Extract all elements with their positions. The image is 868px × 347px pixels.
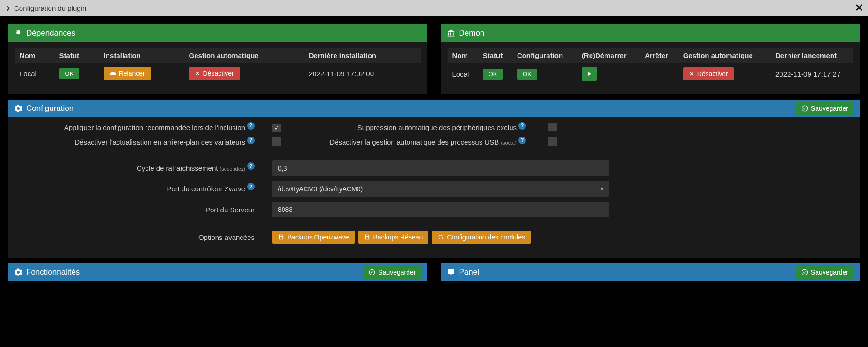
help-icon[interactable]: ? — [247, 122, 255, 130]
features-header: Fonctionnalités Sauvegarder — [8, 263, 427, 281]
status-badge: OK — [483, 69, 503, 80]
svg-point-2 — [802, 269, 808, 275]
col-install: Installation — [99, 48, 184, 63]
dependencies-panel: Dépendances Nom Statut Installation Gest… — [8, 24, 427, 94]
configuration-header: Configuration Sauvegarder — [8, 100, 860, 117]
help-icon[interactable]: ? — [247, 162, 255, 170]
backups-openzwave-button[interactable]: Backups Openzwave — [272, 231, 355, 244]
disable-auto-daemon-button[interactable]: Désactiver — [683, 67, 734, 80]
label-suppress-excl: Suppression automatique des périphérique… — [357, 123, 517, 131]
save-panel-button[interactable]: Sauvegarder — [796, 266, 854, 279]
refresh-input[interactable] — [272, 160, 609, 176]
help-icon[interactable]: ? — [518, 137, 526, 144]
table-row: Local OK Relancer Désactiver — [15, 63, 421, 84]
col-status: Statut — [55, 48, 99, 63]
col-config: Configuration — [512, 48, 577, 63]
save-configuration-button[interactable]: Sauvegarder — [796, 102, 854, 115]
dependencies-header: Dépendances — [8, 24, 427, 42]
check-circle-icon — [802, 269, 808, 275]
chevron-right-icon: ❯ — [6, 5, 10, 11]
label-refresh: Cycle de rafraîchissement — [137, 164, 220, 172]
dependencies-title: Dépendances — [26, 29, 75, 38]
col-auto: Gestion automatique — [678, 48, 771, 63]
status-badge: OK — [59, 68, 80, 79]
gear-icon — [14, 268, 22, 276]
backups-network-button[interactable]: Backups Réseau — [358, 231, 429, 244]
checkbox-disable-usb[interactable] — [548, 137, 557, 146]
configuration-title: Configuration — [26, 104, 73, 113]
checkbox-apply-reco[interactable] — [272, 124, 281, 132]
refresh-icon — [438, 234, 444, 240]
save-features-button[interactable]: Sauvegarder — [363, 266, 421, 279]
checkbox-suppress-excl[interactable] — [548, 123, 557, 131]
panel-header: Panel Sauvegarder — [441, 263, 860, 281]
label-server-port: Port du Serveur — [205, 206, 255, 214]
play-icon — [586, 71, 592, 77]
help-icon[interactable]: ? — [518, 122, 526, 130]
configuration-panel: Configuration Sauvegarder Appliquer la c… — [8, 100, 860, 258]
daemon-title: Démon — [459, 29, 485, 38]
col-restart: (Re)Démarrer — [577, 48, 640, 63]
col-last: Dernière installation — [304, 48, 421, 63]
x-icon — [689, 71, 694, 77]
disable-auto-button[interactable]: Désactiver — [189, 67, 240, 80]
col-auto: Gestion automatique — [184, 48, 304, 63]
col-name: Nom — [15, 48, 55, 63]
features-panel: Fonctionnalités Sauvegarder — [8, 263, 427, 281]
daemon-header: Démon — [441, 24, 860, 42]
config-badge: OK — [517, 69, 537, 80]
dependencies-table: Nom Statut Installation Gestion automati… — [15, 48, 421, 84]
dep-name: Local — [15, 63, 55, 84]
save-icon — [364, 234, 371, 240]
relaunch-button[interactable]: Relancer — [104, 67, 151, 80]
panel-title: Panel — [459, 267, 479, 277]
desktop-icon — [447, 268, 455, 276]
label-disable-bg: Désactiver l'actualisation en arrière-pl… — [74, 138, 245, 146]
panel-panel: Panel Sauvegarder — [441, 263, 860, 281]
help-icon[interactable]: ? — [247, 183, 255, 190]
zwave-port-select[interactable]: /dev/ttyACM0 (/dev/ttyACM0) — [272, 181, 609, 197]
col-stop: Arrêter — [640, 48, 678, 63]
label-zwave-port: Port du contrôleur Zwave — [167, 185, 245, 193]
cog-burst-icon — [14, 29, 22, 37]
institution-icon — [447, 29, 455, 37]
x-icon — [195, 71, 200, 76]
check-circle-icon — [369, 269, 375, 275]
daemon-panel: Démon Nom Statut Configuration (Re)Démar… — [441, 24, 860, 94]
cloud-refresh-icon — [109, 70, 116, 77]
label-disable-usb: Désactiver la gestion automatique des pr… — [329, 138, 501, 146]
dep-last: 2022-11-09 17:02:00 — [304, 63, 421, 84]
check-circle-icon — [802, 105, 808, 112]
server-port-input[interactable] — [272, 202, 609, 217]
help-icon[interactable]: ? — [247, 137, 255, 144]
save-icon — [278, 234, 284, 240]
svg-point-1 — [369, 269, 375, 275]
close-icon[interactable]: ✕ — [855, 2, 863, 14]
daemon-last: 2022-11-09 17:17:27 — [771, 63, 853, 85]
config-modules-button[interactable]: Configuration des modules — [432, 231, 531, 244]
col-status: Statut — [478, 48, 512, 63]
table-row: Local OK OK Désactiver — [448, 63, 853, 85]
daemon-table: Nom Statut Configuration (Re)Démarrer Ar… — [448, 48, 853, 85]
gears-icon — [14, 104, 22, 113]
daemon-name: Local — [448, 63, 478, 85]
restart-button[interactable] — [582, 67, 597, 81]
checkbox-disable-bg[interactable] — [272, 137, 281, 146]
page-title: Configuration du plugin — [14, 4, 86, 12]
features-title: Fonctionnalités — [26, 267, 80, 277]
topbar: ❯ Configuration du plugin ✕ — [0, 0, 868, 16]
col-last: Dernier lancement — [771, 48, 853, 63]
label-advanced: Options avancées — [198, 233, 255, 241]
col-name: Nom — [448, 48, 478, 63]
svg-point-0 — [802, 106, 808, 111]
label-apply-reco: Appliquer la configuration recommandée l… — [64, 123, 245, 131]
